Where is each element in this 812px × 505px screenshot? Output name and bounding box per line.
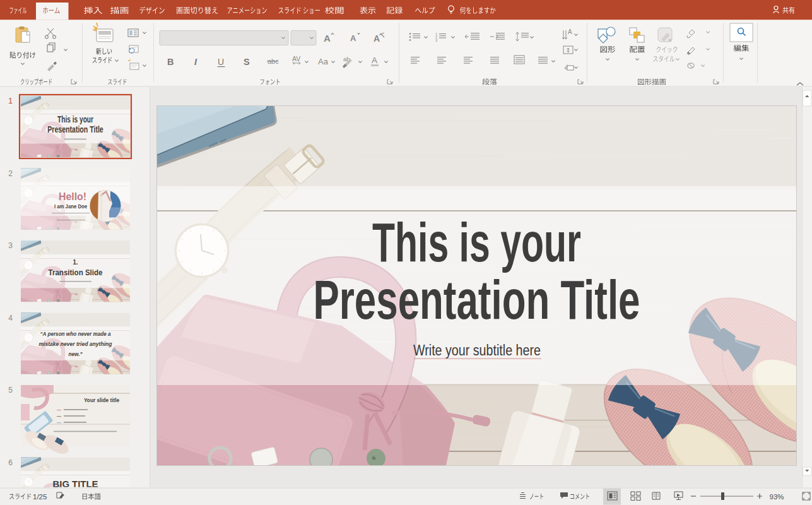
svg-text:Presentation Title: Presentation Title: [47, 124, 103, 134]
svg-text:new.”: new.”: [69, 351, 83, 357]
svg-text:A: A: [374, 33, 380, 44]
svg-text:S: S: [244, 57, 250, 67]
svg-text:2: 2: [8, 169, 13, 178]
svg-text:Write your subtitle here: Write your subtitle here: [413, 342, 541, 359]
svg-text:A: A: [350, 33, 356, 43]
svg-text:“A person who never made a: “A person who never made a: [40, 331, 111, 337]
svg-text:A: A: [324, 33, 331, 44]
svg-text:U: U: [218, 57, 224, 67]
svg-text:4: 4: [8, 314, 13, 323]
svg-text:This is your: This is your: [57, 114, 93, 124]
svg-text:A: A: [568, 28, 572, 35]
svg-text:Hello!: Hello!: [59, 191, 86, 202]
svg-text:3: 3: [435, 39, 437, 42]
svg-text:5: 5: [8, 386, 13, 395]
svg-text:mistake never tried anything: mistake never tried anything: [39, 341, 113, 347]
svg-text:I am Jane Doe: I am Jane Doe: [54, 203, 87, 210]
svg-text:This is your: This is your: [372, 211, 581, 273]
svg-text:93%: 93%: [769, 493, 784, 501]
svg-text:1/25: 1/25: [33, 493, 47, 501]
svg-text:Aa: Aa: [318, 57, 329, 66]
svg-text:1: 1: [8, 97, 13, 105]
svg-text:Your slide title: Your slide title: [84, 397, 119, 403]
svg-text:B: B: [167, 57, 174, 67]
svg-text:1.: 1.: [73, 258, 78, 266]
svg-text:3: 3: [8, 241, 13, 250]
svg-text:Transition Slide: Transition Slide: [49, 268, 103, 277]
svg-text:Presentation Title: Presentation Title: [314, 268, 640, 331]
svg-text:6: 6: [8, 458, 13, 467]
svg-text:A: A: [372, 56, 377, 65]
svg-text:AV: AV: [292, 55, 300, 62]
